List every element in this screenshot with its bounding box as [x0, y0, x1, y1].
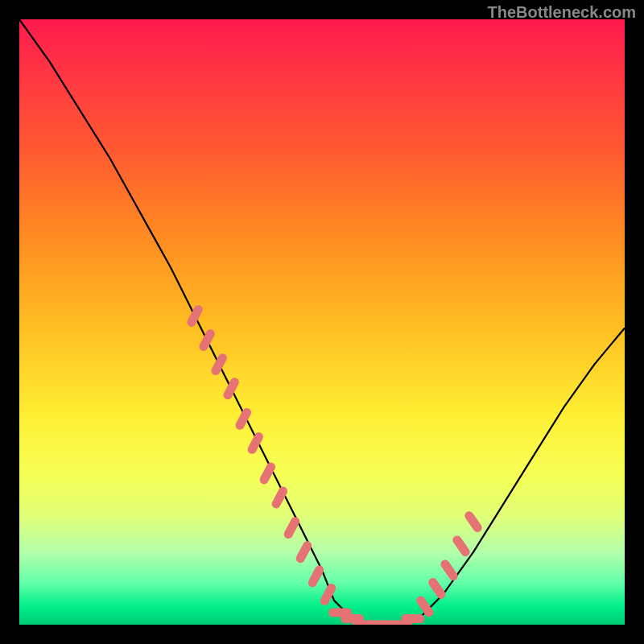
svg-line-3 — [228, 382, 234, 395]
svg-line-2 — [216, 358, 223, 371]
svg-line-19 — [421, 601, 429, 613]
highlight-dots-bottom — [333, 613, 420, 625]
svg-line-0 — [192, 310, 198, 323]
svg-line-6 — [264, 467, 270, 480]
svg-line-7 — [276, 491, 283, 504]
chart-svg — [19, 19, 625, 625]
svg-line-23 — [469, 516, 477, 528]
svg-line-5 — [252, 437, 258, 450]
plot-area — [19, 19, 625, 625]
svg-line-8 — [288, 522, 295, 535]
watermark-text: TheBottleneck.com — [488, 3, 636, 22]
highlight-dots-right — [421, 516, 478, 613]
bottleneck-curve — [19, 19, 625, 625]
svg-line-9 — [300, 546, 308, 559]
svg-line-10 — [312, 570, 319, 583]
svg-line-21 — [445, 564, 453, 576]
highlight-dots-left — [192, 310, 332, 601]
svg-line-20 — [433, 583, 441, 595]
svg-line-22 — [457, 540, 465, 552]
svg-line-11 — [324, 588, 331, 601]
svg-line-1 — [204, 334, 210, 347]
svg-line-4 — [240, 412, 247, 425]
